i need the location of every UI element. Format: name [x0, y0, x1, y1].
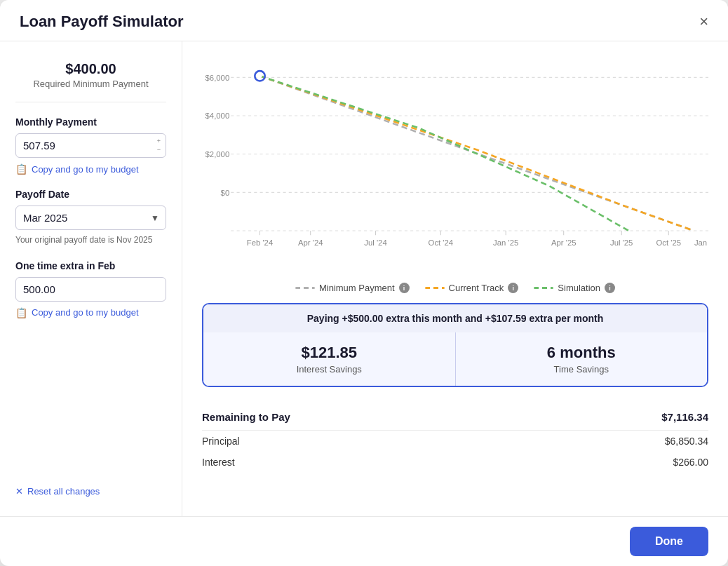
legend-min-payment: Minimum Payment i: [295, 283, 410, 293]
svg-text:Jan '2: Jan '2: [694, 238, 708, 247]
chart-legend: Minimum Payment i Current Track i Simula…: [202, 283, 708, 293]
payoff-date-wrapper: Mar 2025 ▼: [15, 205, 166, 230]
min-payment-amount: $400.00: [15, 61, 166, 77]
monthly-payment-input[interactable]: [15, 133, 166, 158]
copy-budget-button-2[interactable]: 📋 Copy and go to my budget: [15, 307, 139, 318]
svg-text:$6,000: $6,000: [205, 74, 230, 82]
payoff-date-select[interactable]: Mar 2025: [15, 205, 166, 230]
decrement-btn[interactable]: −: [156, 146, 162, 154]
svg-text:$4,000: $4,000: [205, 112, 230, 120]
min-payment-label: Required Minimum Payment: [15, 79, 166, 89]
interest-savings-value: $121.85: [215, 344, 444, 362]
remaining-to-pay-row: Remaining to Pay $7,116.34: [202, 404, 708, 431]
input-arrows: + −: [156, 137, 162, 154]
reset-x-icon: ✕: [15, 486, 23, 497]
payoff-date-label: Payoff Date: [15, 189, 166, 200]
modal-header: Loan Payoff Simulator ×: [0, 0, 728, 41]
payoff-chart: $6,000 $4,000 $2,000 $0 Feb '24 Apr: [202, 55, 708, 266]
one-time-extra-input[interactable]: [15, 277, 166, 302]
svg-point-10: [257, 74, 262, 78]
original-date-note: Your original payoff date is Nov 2025: [15, 234, 166, 246]
monthly-payment-group: Monthly Payment + − 📋 Copy and go to my …: [15, 116, 166, 175]
main-content: $6,000 $4,000 $2,000 $0 Feb '24 Apr: [182, 41, 728, 516]
svg-text:Jan '25: Jan '25: [493, 238, 518, 247]
copy-budget-label-1: Copy and go to my budget: [32, 164, 139, 175]
svg-text:Feb '24: Feb '24: [247, 238, 273, 247]
legend-label-current: Current Track: [449, 283, 504, 293]
legend-label-simulation: Simulation: [558, 283, 600, 293]
summary-box: Paying +$500.00 extra this month and +$1…: [202, 303, 708, 387]
summary-header: Paying +$500.00 extra this month and +$1…: [203, 304, 707, 332]
close-button[interactable]: ×: [699, 14, 708, 29]
remaining-value: $7,116.34: [661, 411, 708, 423]
legend-dash-min: [295, 287, 315, 289]
min-payment-section: $400.00 Required Minimum Payment: [15, 61, 166, 102]
svg-text:$0: $0: [221, 189, 230, 197]
principal-label: Principal: [202, 436, 240, 447]
interest-row: Interest $266.00: [202, 452, 708, 473]
current-track-info-icon[interactable]: i: [508, 283, 518, 293]
legend-dash-current: [425, 287, 445, 289]
legend-dash-simulation: [534, 287, 553, 289]
svg-text:$2,000: $2,000: [205, 150, 230, 159]
modal-body: $400.00 Required Minimum Payment Monthly…: [0, 41, 728, 516]
interest-value: $266.00: [673, 457, 708, 468]
monthly-payment-label: Monthly Payment: [15, 116, 166, 128]
reset-button[interactable]: ✕ Reset all changes: [15, 478, 166, 497]
one-time-extra-group: One time extra in Feb 📋 Copy and go to m…: [15, 260, 166, 318]
principal-value: $6,850.34: [665, 436, 708, 447]
interest-savings-label: Interest Savings: [215, 364, 444, 375]
svg-text:Apr '24: Apr '24: [298, 238, 323, 247]
chart-area: $6,000 $4,000 $2,000 $0 Feb '24 Apr: [202, 55, 708, 266]
interest-savings-cell: $121.85 Interest Savings: [203, 332, 456, 386]
time-savings-cell: 6 months Time Savings: [456, 332, 708, 386]
monthly-payment-wrapper: + −: [15, 133, 166, 158]
legend-current-track: Current Track i: [425, 283, 519, 293]
remaining-label: Remaining to Pay: [202, 411, 290, 423]
one-time-extra-label: One time extra in Feb: [15, 260, 166, 271]
copy-icon-2: 📋: [15, 307, 27, 318]
copy-budget-label-2: Copy and go to my budget: [32, 307, 139, 318]
reset-label: Reset all changes: [27, 486, 100, 497]
principal-row: Principal $6,850.34: [202, 431, 708, 452]
copy-budget-button-1[interactable]: 📋 Copy and go to my budget: [15, 163, 139, 175]
sidebar: $400.00 Required Minimum Payment Monthly…: [0, 41, 182, 516]
copy-icon-1: 📋: [15, 163, 27, 175]
time-savings-label: Time Savings: [467, 364, 696, 375]
interest-label: Interest: [202, 457, 235, 468]
loan-payoff-simulator-modal: Loan Payoff Simulator × $400.00 Required…: [0, 0, 728, 566]
simulation-info-icon[interactable]: i: [605, 283, 615, 293]
payoff-date-group: Payoff Date Mar 2025 ▼ Your original pay…: [15, 189, 166, 246]
svg-text:Jul '25: Jul '25: [610, 238, 633, 247]
svg-text:Jul '24: Jul '24: [364, 238, 386, 247]
details-section: Remaining to Pay $7,116.34 Principal $6,…: [202, 404, 708, 473]
modal-footer: Done: [0, 516, 728, 566]
done-button[interactable]: Done: [630, 527, 708, 556]
increment-btn[interactable]: +: [156, 137, 162, 145]
time-savings-value: 6 months: [467, 344, 696, 362]
modal-title: Loan Payoff Simulator: [20, 13, 183, 31]
svg-text:Oct '25: Oct '25: [656, 238, 681, 247]
legend-simulation: Simulation i: [534, 283, 615, 293]
svg-text:Apr '25: Apr '25: [551, 238, 577, 247]
svg-text:Oct '24: Oct '24: [429, 238, 454, 247]
min-payment-info-icon[interactable]: i: [399, 283, 410, 293]
summary-metrics: $121.85 Interest Savings 6 months Time S…: [203, 332, 707, 386]
legend-label-min: Minimum Payment: [319, 283, 395, 293]
